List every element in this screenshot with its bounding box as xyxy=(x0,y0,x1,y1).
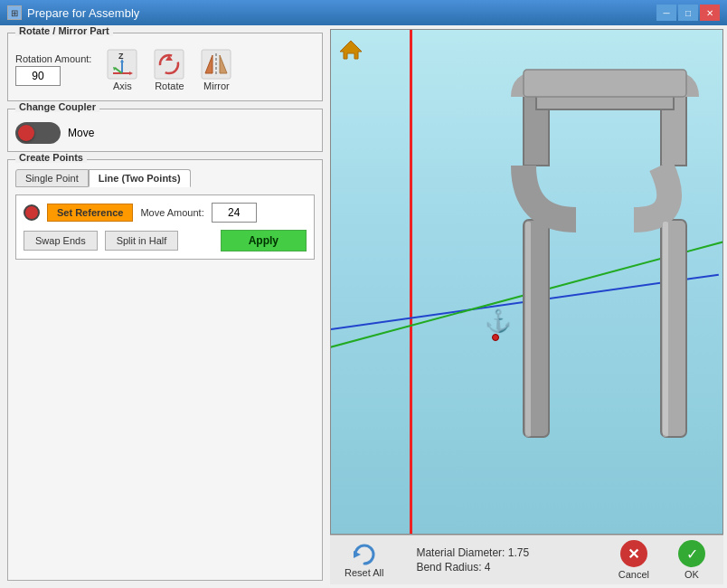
pipe-shape xyxy=(496,57,713,446)
tab-line-two-points[interactable]: Line (Two Points) xyxy=(89,169,191,187)
rotate-icon xyxy=(153,48,185,81)
line-row2: Swap Ends Split in Half Apply xyxy=(24,230,307,251)
view-area: ⚓ Reset All Material Diameter: 1.75 Bend… xyxy=(330,25,727,588)
mirror-button[interactable]: Mirror xyxy=(196,46,236,93)
reset-icon xyxy=(350,542,379,567)
svg-marker-15 xyxy=(340,41,362,59)
svg-rect-22 xyxy=(525,222,531,437)
app-icon: ⊞ xyxy=(7,5,22,20)
toggle-knob xyxy=(18,125,34,141)
tabs-row: Single Point Line (Two Points) xyxy=(15,169,315,187)
split-in-half-button[interactable]: Split in Half xyxy=(105,231,179,251)
bottom-actions: ✕ Cancel ✓ OK xyxy=(608,536,716,583)
window-title: Prepare for Assembly xyxy=(27,6,139,20)
tab-single-point[interactable]: Single Point xyxy=(15,169,89,187)
line-panel: Set Reference Move Amount: Swap Ends Spl… xyxy=(15,194,315,260)
icon-buttons: Z Axis xyxy=(102,46,236,93)
rotate-mirror-group: Rotate / Mirror Part Rotation Amount: Z xyxy=(7,33,323,101)
line-row1: Set Reference Move Amount: xyxy=(24,203,307,223)
minimize-button[interactable]: ─ xyxy=(656,5,676,21)
material-diameter: Material Diameter: 1.75 xyxy=(416,546,600,559)
home-icon[interactable] xyxy=(338,37,364,62)
axis-label: Axis xyxy=(113,81,132,91)
rotate-button[interactable]: Rotate xyxy=(149,46,189,93)
move-amount-label: Move Amount: xyxy=(140,207,203,218)
rotation-input[interactable] xyxy=(15,66,61,86)
create-points-title: Create Points xyxy=(15,152,87,163)
main-container: Rotate / Mirror Part Rotation Amount: Z xyxy=(0,25,727,588)
point-indicator xyxy=(24,204,40,221)
apply-button[interactable]: Apply xyxy=(221,230,307,251)
cancel-icon: ✕ xyxy=(620,540,647,567)
set-reference-button[interactable]: Set Reference xyxy=(47,204,133,222)
move-amount-input[interactable] xyxy=(212,203,257,223)
mirror-icon xyxy=(200,48,232,81)
create-points-group: Create Points Single Point Line (Two Poi… xyxy=(7,159,323,581)
mirror-label: Mirror xyxy=(203,81,230,91)
change-coupler-group: Change Coupler Move xyxy=(7,109,323,152)
anchor-dot xyxy=(492,334,499,341)
title-bar: ⊞ Prepare for Assembly ─ □ ✕ xyxy=(0,0,727,25)
reset-all-button[interactable]: Reset All xyxy=(337,538,391,582)
cancel-button[interactable]: ✕ Cancel xyxy=(608,536,660,583)
axis-button[interactable]: Z Axis xyxy=(102,46,142,93)
rotate-content: Rotation Amount: Z xyxy=(15,46,315,93)
move-label: Move xyxy=(68,127,94,139)
viewport[interactable]: ⚓ xyxy=(330,29,723,535)
swap-ends-button[interactable]: Swap Ends xyxy=(24,231,98,251)
anchor-icon[interactable]: ⚓ xyxy=(485,308,512,334)
material-info: Material Diameter: 1.75 Bend Radius: 4 xyxy=(398,546,600,574)
coupler-content: Move xyxy=(15,122,315,144)
title-bar-controls: ─ □ ✕ xyxy=(656,5,720,21)
ok-label: OK xyxy=(685,569,699,580)
rotate-mirror-title: Rotate / Mirror Part xyxy=(15,25,113,36)
svg-text:Z: Z xyxy=(118,52,124,61)
coupler-title: Change Coupler xyxy=(15,101,99,112)
rotate-label: Rotate xyxy=(155,81,184,91)
bend-radius: Bend Radius: 4 xyxy=(416,561,600,574)
svg-marker-24 xyxy=(354,551,361,558)
rotation-label: Rotation Amount: xyxy=(15,53,91,64)
ok-icon: ✓ xyxy=(678,540,705,567)
red-vertical-line xyxy=(410,30,412,534)
bottom-bar: Reset All Material Diameter: 1.75 Bend R… xyxy=(330,535,723,584)
axis-icon: Z xyxy=(106,48,138,81)
left-panel: Rotate / Mirror Part Rotation Amount: Z xyxy=(0,25,330,588)
maximize-button[interactable]: □ xyxy=(678,5,698,21)
svg-rect-23 xyxy=(663,222,668,437)
rotation-amount-group: Rotation Amount: xyxy=(15,53,91,86)
cancel-label: Cancel xyxy=(618,569,649,580)
svg-rect-21 xyxy=(524,70,686,97)
reset-label: Reset All xyxy=(345,567,383,578)
title-bar-left: ⊞ Prepare for Assembly xyxy=(7,5,139,20)
coupler-toggle[interactable] xyxy=(15,122,61,144)
close-button[interactable]: ✕ xyxy=(700,5,720,21)
ok-button[interactable]: ✓ OK xyxy=(667,536,716,583)
